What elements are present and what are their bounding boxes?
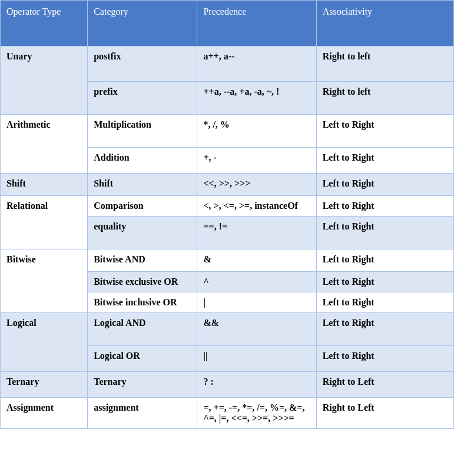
cell-precedence: <, >, <=, >=, instanceOf	[197, 196, 316, 217]
cell-precedence: *, /, %	[197, 115, 316, 148]
cell-category: Logical AND	[88, 313, 197, 346]
cell-operator-type: Arithmetic	[1, 115, 88, 174]
cell-associativity: Left to Right	[316, 174, 453, 196]
cell-associativity: Right to left	[316, 46, 453, 82]
cell-associativity: Right to left	[316, 82, 453, 115]
table-row: TernaryTernary? :Right to Left	[1, 372, 454, 398]
cell-precedence: =, +=, -=, *=, /=, %=, &=, ^=, |=, <<=, …	[197, 398, 316, 429]
cell-operator-type: Relational	[1, 196, 88, 249]
cell-precedence: &	[197, 249, 316, 272]
cell-category: Bitwise AND	[88, 249, 197, 272]
cell-precedence: ^	[197, 272, 316, 292]
cell-category: equality	[88, 217, 197, 249]
cell-category: Ternary	[88, 372, 197, 398]
cell-precedence: ? :	[197, 372, 316, 398]
table-row: BitwiseBitwise AND&Left to Right	[1, 249, 454, 272]
cell-associativity: Left to Right	[316, 196, 453, 217]
cell-operator-type: Shift	[1, 174, 88, 196]
cell-associativity: Left to Right	[316, 148, 453, 174]
cell-category: Addition	[88, 148, 197, 174]
operator-precedence-table: Operator Type Category Precedence Associ…	[0, 0, 454, 429]
cell-precedence: &&	[197, 313, 316, 346]
cell-associativity: Left to Right	[316, 313, 453, 346]
header-category: Category	[88, 1, 197, 46]
table-row: RelationalComparison<, >, <=, >=, instan…	[1, 196, 454, 217]
cell-operator-type: Bitwise	[1, 249, 88, 313]
cell-precedence: |	[197, 292, 316, 313]
cell-precedence: ||	[197, 346, 316, 372]
cell-category: Logical OR	[88, 346, 197, 372]
table-header-row: Operator Type Category Precedence Associ…	[1, 1, 454, 46]
cell-associativity: Left to Right	[316, 217, 453, 249]
cell-operator-type: Unary	[1, 46, 88, 115]
cell-precedence: +, -	[197, 148, 316, 174]
table-row: ShiftShift<<, >>, >>>Left to Right	[1, 174, 454, 196]
cell-operator-type: Assignment	[1, 398, 88, 429]
cell-operator-type: Ternary	[1, 372, 88, 398]
cell-associativity: Left to Right	[316, 346, 453, 372]
cell-associativity: Right to Left	[316, 372, 453, 398]
header-associativity: Associativity	[316, 1, 453, 46]
cell-category: Bitwise inclusive OR	[88, 292, 197, 313]
cell-associativity: Right to Left	[316, 398, 453, 429]
cell-associativity: Left to Right	[316, 272, 453, 292]
table-row: ArithmeticMultiplication*, /, %Left to R…	[1, 115, 454, 148]
cell-operator-type: Logical	[1, 313, 88, 372]
cell-associativity: Left to Right	[316, 249, 453, 272]
table-row: LogicalLogical AND&&Left to Right	[1, 313, 454, 346]
cell-precedence: <<, >>, >>>	[197, 174, 316, 196]
cell-precedence: ++a, --a, +a, -a, ~, !	[197, 82, 316, 115]
cell-category: Shift	[88, 174, 197, 196]
table-body: Unarypostfixa++, a--Right to leftprefix+…	[1, 46, 454, 429]
header-operator-type: Operator Type	[1, 1, 88, 46]
cell-precedence: a++, a--	[197, 46, 316, 82]
cell-category: Bitwise exclusive OR	[88, 272, 197, 292]
table-row: Assignmentassignment=, +=, -=, *=, /=, %…	[1, 398, 454, 429]
cell-category: Multiplication	[88, 115, 197, 148]
cell-category: Comparison	[88, 196, 197, 217]
cell-category: assignment	[88, 398, 197, 429]
header-precedence: Precedence	[197, 1, 316, 46]
cell-category: prefix	[88, 82, 197, 115]
cell-precedence: ==, !=	[197, 217, 316, 249]
cell-category: postfix	[88, 46, 197, 82]
cell-associativity: Left to Right	[316, 115, 453, 148]
cell-associativity: Left to Right	[316, 292, 453, 313]
table-row: Unarypostfixa++, a--Right to left	[1, 46, 454, 82]
